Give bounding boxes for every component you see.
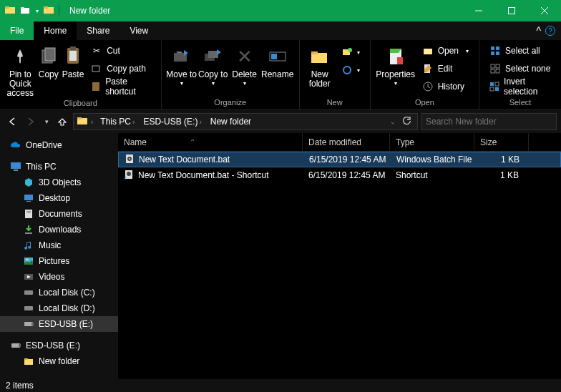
select-all-button[interactable]: Select all bbox=[487, 43, 554, 59]
sidebar-item-thispc[interactable]: This PC bbox=[0, 159, 118, 175]
navigation-bar: ▾ › This PC› ESD-USB (E:)› New folder ⌄ bbox=[0, 110, 561, 133]
move-to-button[interactable]: Move to▾ bbox=[166, 41, 197, 87]
file-date: 6/15/2019 12:45 AM bbox=[303, 170, 390, 180]
file-list-pane: Name Date modified Type Size New Text Do… bbox=[118, 133, 561, 379]
sidebar-item-newfolder[interactable]: New folder bbox=[0, 353, 118, 369]
svg-rect-7 bbox=[509, 8, 515, 14]
documents-icon bbox=[23, 208, 34, 220]
qat-dropdown-icon[interactable]: ▾ bbox=[36, 8, 39, 14]
open-button[interactable]: Open▾ bbox=[419, 43, 472, 59]
new-folder-button[interactable]: New folder bbox=[304, 41, 336, 89]
file-list: New Text Document.bat 6/15/2019 12:45 AM… bbox=[118, 152, 561, 379]
column-size[interactable]: Size bbox=[474, 133, 529, 151]
batch-file-icon bbox=[125, 154, 135, 166]
group-clipboard-label: Clipboard bbox=[64, 99, 97, 109]
svg-rect-46 bbox=[11, 162, 21, 169]
select-none-button[interactable]: Select none bbox=[487, 61, 554, 77]
edit-button[interactable]: Edit bbox=[419, 61, 472, 77]
help-icon[interactable]: ? bbox=[545, 26, 555, 36]
pictures-icon bbox=[23, 255, 34, 267]
delete-button[interactable]: ✕ Delete▾ bbox=[229, 41, 260, 87]
status-bar: 2 items bbox=[0, 379, 561, 392]
crumb-drive[interactable]: ESD-USB (E:)› bbox=[139, 117, 205, 127]
svg-rect-42 bbox=[490, 87, 494, 91]
paste-shortcut-button[interactable]: Paste shortcut bbox=[88, 79, 154, 94]
new-item-button[interactable]: ▾ bbox=[338, 44, 363, 60]
address-dropdown-icon[interactable]: ⌄ bbox=[387, 118, 399, 125]
sidebar-item-drive-d[interactable]: Local Disk (D:) bbox=[0, 300, 118, 316]
back-button[interactable] bbox=[4, 114, 20, 129]
svg-rect-32 bbox=[491, 46, 494, 50]
svg-rect-37 bbox=[496, 64, 499, 68]
sidebar-item-3dobjects[interactable]: 3D Objects bbox=[0, 175, 118, 190]
qat-folder-icon[interactable] bbox=[43, 4, 54, 18]
svg-rect-65 bbox=[24, 359, 33, 365]
maximize-button[interactable] bbox=[495, 0, 528, 21]
sidebar-item-downloads[interactable]: Downloads bbox=[0, 222, 118, 237]
paste-shortcut-icon bbox=[91, 81, 101, 92]
search-input[interactable] bbox=[426, 117, 552, 127]
svg-rect-14 bbox=[70, 46, 76, 50]
file-row[interactable]: New Text Document.bat 6/15/2019 12:45 AM… bbox=[118, 152, 561, 167]
recent-dropdown[interactable]: ▾ bbox=[42, 114, 52, 129]
pin-quick-access-button[interactable]: Pin to Quick access bbox=[4, 41, 36, 99]
sidebar-item-pictures[interactable]: Pictures bbox=[0, 253, 118, 269]
copy-path-button[interactable]: Copy path bbox=[88, 61, 154, 77]
sidebar-item-music[interactable]: Music bbox=[0, 237, 118, 253]
invert-selection-button[interactable]: Invert selection bbox=[487, 79, 554, 94]
sidebar-item-documents[interactable]: Documents bbox=[0, 206, 118, 222]
file-row[interactable]: New Text Document.bat - Shortcut 6/15/20… bbox=[118, 167, 561, 183]
select-all-icon bbox=[489, 45, 501, 57]
music-icon bbox=[23, 240, 34, 251]
window-title: New folder bbox=[64, 6, 462, 16]
sidebar-item-drive-e[interactable]: ESD-USB (E:) bbox=[0, 316, 118, 332]
sidebar-item-drive-c[interactable]: Local Disk (C:) bbox=[0, 285, 118, 300]
easy-access-button[interactable]: ▾ bbox=[338, 62, 363, 78]
svg-rect-28 bbox=[397, 57, 403, 64]
drive-icon bbox=[23, 303, 34, 314]
separator bbox=[59, 5, 59, 16]
select-none-icon bbox=[489, 63, 501, 74]
collapse-ribbon-icon[interactable]: ^ bbox=[536, 25, 541, 36]
forward-button[interactable] bbox=[23, 114, 39, 129]
address-bar[interactable]: › This PC› ESD-USB (E:)› New folder ⌄ bbox=[73, 113, 418, 130]
crumb-folder[interactable]: New folder bbox=[206, 117, 255, 127]
minimize-button[interactable] bbox=[462, 0, 495, 21]
tab-file[interactable]: File bbox=[0, 21, 34, 40]
copy-button[interactable]: Copy bbox=[36, 41, 61, 79]
svg-rect-1 bbox=[5, 6, 9, 9]
sidebar-item-desktop[interactable]: Desktop bbox=[0, 190, 118, 206]
file-type: Shortcut bbox=[390, 170, 474, 180]
close-button[interactable] bbox=[528, 0, 561, 21]
chevron-icon[interactable]: › bbox=[91, 118, 93, 126]
search-box[interactable] bbox=[421, 113, 557, 130]
rename-button[interactable]: Rename bbox=[260, 41, 295, 79]
column-name[interactable]: Name bbox=[118, 133, 303, 151]
new-folder-icon[interactable] bbox=[20, 4, 31, 18]
svg-rect-43 bbox=[495, 87, 499, 91]
copy-to-button[interactable]: Copy to▾ bbox=[197, 41, 229, 87]
folder-icon bbox=[77, 116, 88, 128]
column-headers: Name Date modified Type Size bbox=[118, 133, 561, 152]
tab-home[interactable]: Home bbox=[34, 21, 77, 40]
pin-label: Pin to Quick access bbox=[4, 70, 36, 99]
tab-share[interactable]: Share bbox=[77, 21, 119, 40]
up-button[interactable] bbox=[54, 114, 70, 129]
crumb-thispc[interactable]: This PC› bbox=[96, 117, 139, 127]
paste-button[interactable]: Paste bbox=[61, 41, 85, 79]
history-button[interactable]: History bbox=[419, 79, 472, 94]
properties-button[interactable]: Properties▾ bbox=[375, 41, 416, 87]
sidebar-item-drive-e-root[interactable]: ESD-USB (E:) bbox=[0, 338, 118, 353]
file-size: 1 KB bbox=[475, 155, 525, 165]
tab-view[interactable]: View bbox=[119, 21, 158, 40]
sidebar-item-onedrive[interactable]: OneDrive bbox=[0, 137, 118, 153]
sidebar-item-videos[interactable]: Videos bbox=[0, 269, 118, 285]
cut-button[interactable]: ✂Cut bbox=[88, 43, 154, 59]
scissors-icon: ✂ bbox=[91, 45, 102, 57]
column-type[interactable]: Type bbox=[390, 133, 474, 151]
dropdown-icon: ▾ bbox=[243, 81, 246, 87]
svg-rect-33 bbox=[496, 46, 499, 50]
svg-rect-49 bbox=[26, 201, 31, 202]
column-date[interactable]: Date modified bbox=[303, 133, 390, 151]
refresh-icon[interactable] bbox=[399, 116, 414, 128]
